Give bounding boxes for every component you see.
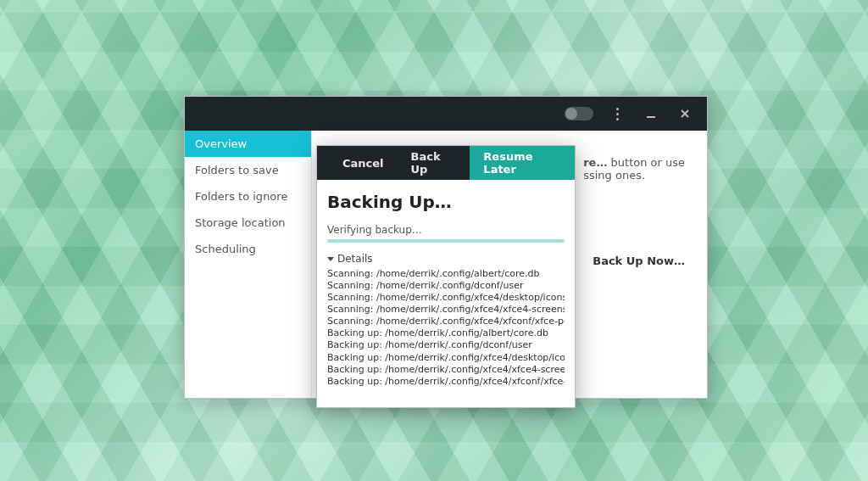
sidebar: Overview Folders to save Folders to igno… bbox=[185, 131, 312, 398]
sidebar-item-folders-ignore[interactable]: Folders to ignore bbox=[185, 183, 311, 210]
log-line: Backing up: /home/derrik/.config/dconf/u… bbox=[327, 339, 565, 351]
log-line: Backing up: /home/derrik/.config/albert/… bbox=[327, 327, 565, 339]
toggle-knob bbox=[565, 108, 577, 120]
backup-progress-dialog: Cancel Back Up Resume Later Backing Up… … bbox=[316, 145, 576, 408]
hint-bold-fragment: re… bbox=[583, 156, 607, 169]
progress-bar bbox=[327, 239, 565, 243]
dialog-title: Backing Up… bbox=[327, 192, 565, 212]
minimize-icon bbox=[645, 108, 657, 120]
dialog-header: Cancel Back Up Resume Later bbox=[317, 146, 575, 180]
hint-tail-1: button or use bbox=[607, 156, 685, 169]
menu-button[interactable] bbox=[602, 100, 632, 127]
dialog-body: Backing Up… Verifying backup… Details Sc… bbox=[317, 180, 575, 407]
log-output: Scanning: /home/derrik/.config/albert/co… bbox=[327, 268, 565, 388]
progress-fill bbox=[327, 239, 565, 243]
sidebar-item-scheduling[interactable]: Scheduling bbox=[185, 236, 311, 262]
backup-now-button[interactable]: Back Up Now… bbox=[593, 248, 685, 274]
close-button[interactable] bbox=[670, 100, 700, 127]
log-line: Backing up: /home/derrik/.config/xfce4/x… bbox=[327, 376, 565, 388]
log-line: Backing up: /home/derrik/.config/xfce4/d… bbox=[327, 352, 565, 364]
cancel-button[interactable]: Cancel bbox=[329, 157, 398, 170]
hint-text: re… button or use ssing ones. bbox=[583, 156, 685, 182]
sidebar-item-storage-location[interactable]: Storage location bbox=[185, 210, 311, 236]
window-titlebar bbox=[185, 97, 707, 131]
log-line: Scanning: /home/derrik/.config/xfce4/xfc… bbox=[327, 316, 565, 327]
dialog-status: Verifying backup… bbox=[327, 224, 565, 236]
log-line: Scanning: /home/derrik/.config/dconf/use… bbox=[327, 280, 565, 292]
sidebar-item-overview[interactable]: Overview bbox=[185, 131, 311, 157]
hint-tail-2: ssing ones. bbox=[583, 169, 645, 182]
log-line: Scanning: /home/derrik/.config/xfce4/des… bbox=[327, 292, 565, 304]
resume-later-button[interactable]: Resume Later bbox=[470, 146, 575, 180]
close-icon bbox=[679, 108, 691, 120]
kebab-icon bbox=[616, 108, 619, 120]
log-line: Backing up: /home/derrik/.config/xfce4/x… bbox=[327, 364, 565, 376]
details-toggle[interactable]: Details bbox=[327, 251, 565, 268]
details-label: Details bbox=[337, 253, 373, 265]
backup-button[interactable]: Back Up bbox=[398, 146, 470, 180]
desktop-background: Overview Folders to save Folders to igno… bbox=[0, 0, 868, 481]
log-line: Scanning: /home/derrik/.config/xfce4/xfc… bbox=[327, 304, 565, 316]
svg-rect-0 bbox=[647, 116, 655, 118]
auto-backup-toggle[interactable] bbox=[565, 107, 593, 120]
sidebar-item-folders-save[interactable]: Folders to save bbox=[185, 157, 311, 183]
minimize-button[interactable] bbox=[636, 100, 666, 127]
overview-buttons: Back Up Now… bbox=[593, 248, 685, 274]
log-line: Scanning: /home/derrik/.config/albert/co… bbox=[327, 268, 565, 280]
chevron-down-icon bbox=[327, 257, 334, 261]
